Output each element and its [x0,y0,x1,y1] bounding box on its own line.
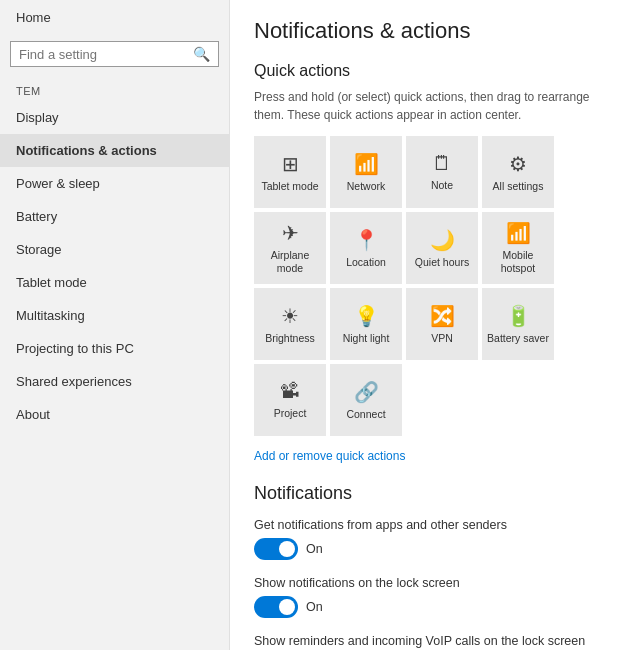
qa-label: VPN [431,332,453,345]
toggle-thumb-1 [279,599,295,615]
mobile-hotspot-icon: 📶 [506,221,531,245]
qa-label: Night light [343,332,390,345]
airplane-mode-icon: ✈ [282,221,299,245]
qa-cell-airplane-mode[interactable]: ✈Airplane mode [254,212,326,284]
notif-row-label-0: Get notifications from apps and other se… [254,518,601,532]
notif-row-label-1: Show notifications on the lock screen [254,576,601,590]
qa-cell-brightness[interactable]: ☀Brightness [254,288,326,360]
toggle-state-label-0: On [306,542,323,556]
sidebar-home[interactable]: Home [0,0,229,35]
sidebar-item-shared-experiences[interactable]: Shared experiences [0,365,229,398]
notif-row-2: Show reminders and incoming VoIP calls o… [254,634,601,650]
qa-label: Quiet hours [415,256,469,269]
battery-saver-icon: 🔋 [506,304,531,328]
quick-actions-grid: ⊞Tablet mode📶Network🗒Note⚙All settings✈A… [254,136,601,436]
network-icon: 📶 [354,152,379,176]
sidebar-item-notifications-actions[interactable]: Notifications & actions [0,134,229,167]
qa-cell-project[interactable]: 📽Project [254,364,326,436]
qa-label: Airplane mode [258,249,322,274]
notif-row-0: Get notifications from apps and other se… [254,518,601,560]
toggle-1[interactable] [254,596,298,618]
qa-cell-all-settings[interactable]: ⚙All settings [482,136,554,208]
quick-actions-title: Quick actions [254,62,601,80]
project-icon: 📽 [280,380,300,403]
notifications-title: Notifications [254,483,601,504]
qa-cell-network[interactable]: 📶Network [330,136,402,208]
search-input[interactable] [19,47,189,62]
qa-label: All settings [493,180,544,193]
qa-label: Battery saver [487,332,549,345]
qa-cell-night-light[interactable]: 💡Night light [330,288,402,360]
qa-cell-battery-saver[interactable]: 🔋Battery saver [482,288,554,360]
qa-cell-note[interactable]: 🗒Note [406,136,478,208]
qa-label: Brightness [265,332,315,345]
sidebar-item-battery[interactable]: Battery [0,200,229,233]
qa-empty-14 [406,364,478,436]
note-icon: 🗒 [432,152,452,175]
toggle-container-1: On [254,596,601,618]
qa-label: Tablet mode [261,180,318,193]
sidebar-items: DisplayNotifications & actionsPower & sl… [0,101,229,431]
qa-label: Connect [346,408,385,421]
toggle-container-0: On [254,538,601,560]
sidebar-item-about[interactable]: About [0,398,229,431]
qa-label: Note [431,179,453,192]
notif-row-1: Show notifications on the lock screenOn [254,576,601,618]
tablet-mode-icon: ⊞ [282,152,299,176]
qa-cell-tablet-mode[interactable]: ⊞Tablet mode [254,136,326,208]
notification-rows: Get notifications from apps and other se… [254,518,601,650]
qa-label: Project [274,407,307,420]
page-title: Notifications & actions [254,18,601,44]
sidebar-item-projecting-to-this-pc[interactable]: Projecting to this PC [0,332,229,365]
add-remove-link[interactable]: Add or remove quick actions [254,449,405,463]
qa-label: Network [347,180,386,193]
sidebar-item-multitasking[interactable]: Multitasking [0,299,229,332]
qa-label: Location [346,256,386,269]
brightness-icon: ☀ [281,304,299,328]
toggle-0[interactable] [254,538,298,560]
sidebar-search-container: 🔍 [10,41,219,67]
vpn-icon: 🔀 [430,304,455,328]
qa-cell-connect[interactable]: 🔗Connect [330,364,402,436]
sidebar: Home 🔍 tem DisplayNotifications & action… [0,0,230,650]
qa-cell-quiet-hours[interactable]: 🌙Quiet hours [406,212,478,284]
qa-cell-vpn[interactable]: 🔀VPN [406,288,478,360]
connect-icon: 🔗 [354,380,379,404]
qa-cell-location[interactable]: 📍Location [330,212,402,284]
sidebar-item-power-sleep[interactable]: Power & sleep [0,167,229,200]
quick-actions-description: Press and hold (or select) quick actions… [254,88,601,124]
quiet-hours-icon: 🌙 [430,228,455,252]
sidebar-item-display[interactable]: Display [0,101,229,134]
sidebar-item-tablet-mode[interactable]: Tablet mode [0,266,229,299]
qa-empty-15 [482,364,554,436]
sidebar-section-label: tem [0,77,229,101]
main-content: Notifications & actions Quick actions Pr… [230,0,625,650]
sidebar-item-storage[interactable]: Storage [0,233,229,266]
night-light-icon: 💡 [354,304,379,328]
all-settings-icon: ⚙ [509,152,527,176]
qa-label: Mobile hotspot [486,249,550,274]
notif-row-label-2: Show reminders and incoming VoIP calls o… [254,634,601,648]
toggle-thumb-0 [279,541,295,557]
location-icon: 📍 [354,228,379,252]
toggle-state-label-1: On [306,600,323,614]
qa-cell-mobile-hotspot[interactable]: 📶Mobile hotspot [482,212,554,284]
search-icon: 🔍 [193,46,210,62]
